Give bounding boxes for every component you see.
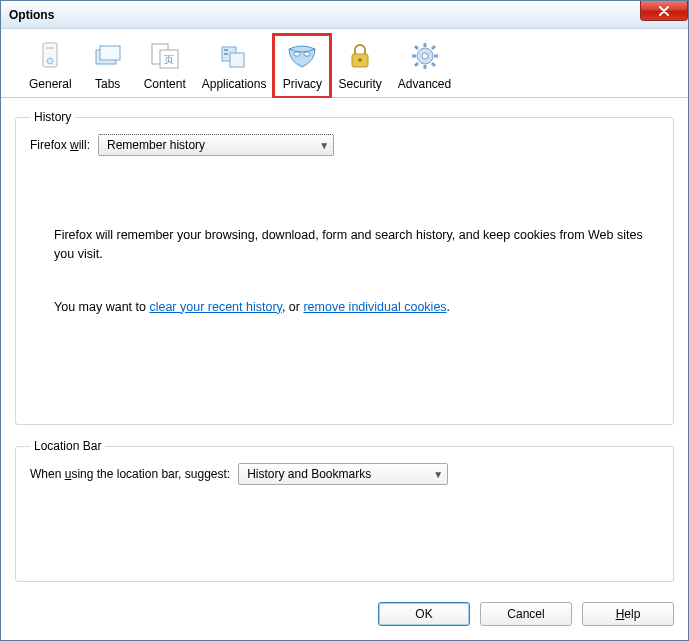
location-select-value: History and Bookmarks — [247, 467, 371, 481]
privacy-mask-icon — [285, 39, 319, 73]
dialog-button-bar: OK Cancel Help — [1, 592, 688, 640]
tab-label: General — [29, 77, 72, 91]
titlebar: Options — [1, 1, 688, 29]
location-legend: Location Bar — [30, 439, 105, 453]
svg-point-17 — [422, 53, 428, 59]
close-icon — [659, 6, 669, 16]
history-desc-line2: You may want to clear your recent histor… — [54, 298, 653, 317]
tab-content[interactable]: 页 Content — [136, 35, 194, 97]
chevron-down-icon: ▼ — [433, 469, 443, 480]
svg-rect-9 — [230, 53, 244, 67]
tab-applications[interactable]: Applications — [194, 35, 275, 97]
location-suggest-select[interactable]: History and Bookmarks ▼ — [238, 463, 448, 485]
help-button[interactable]: Help — [582, 602, 674, 626]
tab-label: Tabs — [95, 77, 120, 91]
history-mode-select[interactable]: Remember history ▼ — [98, 134, 334, 156]
category-toolbar: General Tabs 页 Content Applications Priv… — [1, 29, 688, 98]
window-title: Options — [9, 8, 54, 22]
tab-label: Privacy — [283, 77, 322, 91]
history-desc-line1: Firefox will remember your browsing, dow… — [54, 226, 653, 264]
remove-cookies-link[interactable]: remove individual cookies — [303, 300, 446, 314]
svg-line-24 — [432, 46, 435, 49]
options-window: Options General Tabs 页 Content — [0, 0, 689, 641]
cancel-button[interactable]: Cancel — [480, 602, 572, 626]
svg-point-12 — [294, 52, 300, 56]
history-legend: History — [30, 110, 75, 124]
tab-privacy[interactable]: Privacy — [274, 35, 330, 97]
svg-point-2 — [47, 58, 53, 64]
history-description: Firefox will remember your browsing, dow… — [30, 156, 659, 410]
tab-tabs[interactable]: Tabs — [80, 35, 136, 97]
svg-rect-4 — [100, 46, 120, 60]
tab-label: Security — [338, 77, 381, 91]
close-button[interactable] — [640, 1, 688, 21]
svg-rect-11 — [224, 53, 228, 55]
location-suggest-row: When using the location bar, suggest: Hi… — [30, 463, 659, 485]
location-bar-group: Location Bar When using the location bar… — [15, 439, 674, 582]
tab-general[interactable]: General — [21, 35, 80, 97]
history-select-value: Remember history — [107, 138, 205, 152]
content-icon: 页 — [149, 39, 181, 73]
clear-history-link[interactable]: clear your recent history — [149, 300, 281, 314]
svg-line-22 — [415, 46, 418, 49]
tabs-icon — [92, 39, 124, 73]
tab-label: Applications — [202, 77, 267, 91]
svg-point-13 — [304, 52, 310, 56]
svg-line-25 — [415, 63, 418, 66]
chevron-down-icon: ▼ — [319, 140, 329, 151]
ok-button[interactable]: OK — [378, 602, 470, 626]
tab-security[interactable]: Security — [330, 35, 389, 97]
svg-point-15 — [358, 58, 362, 62]
svg-text:页: 页 — [164, 54, 174, 65]
security-lock-icon — [347, 39, 373, 73]
tab-label: Content — [144, 77, 186, 91]
history-mode-row: Firefox will: Remember history ▼ — [30, 134, 659, 156]
svg-rect-10 — [224, 49, 228, 51]
advanced-gear-icon — [410, 39, 440, 73]
history-group: History Firefox will: Remember history ▼… — [15, 110, 674, 425]
content-area: History Firefox will: Remember history ▼… — [1, 98, 688, 592]
tab-label: Advanced — [398, 77, 451, 91]
tab-advanced[interactable]: Advanced — [390, 35, 459, 97]
svg-line-23 — [432, 63, 435, 66]
history-label: Firefox will: — [30, 138, 90, 152]
general-icon — [36, 39, 64, 73]
applications-icon — [218, 39, 250, 73]
location-label: When using the location bar, suggest: — [30, 467, 230, 481]
svg-rect-1 — [46, 47, 54, 49]
